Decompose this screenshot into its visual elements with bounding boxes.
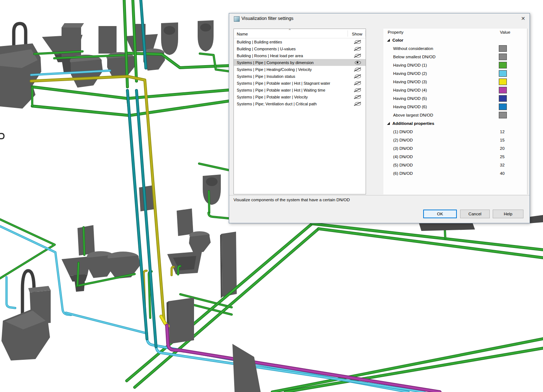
eye-crossed-icon[interactable] [355,75,361,78]
expanded-triangle-icon[interactable] [387,122,390,125]
filter-list-row[interactable]: Systems | Pipe | Potable water | Hot | W… [234,87,366,93]
filter-list-row[interactable]: Systems | Pipe | Insulation status [234,73,366,80]
property-value[interactable]: 20 [500,146,505,151]
color-swatch[interactable] [499,79,507,85]
ok-button[interactable]: OK [423,210,457,218]
property-grid-header: Property Value [383,29,527,36]
eye-crossed-icon[interactable] [355,102,361,106]
filter-description: Visualize components of the system that … [233,198,350,202]
color-swatch[interactable] [499,112,507,118]
radiator-panel [222,232,237,297]
filter-list-row[interactable]: Systems | Pipe | Components by dimension [234,59,366,66]
property-label: (3) DN/OD [383,146,413,151]
eye-crossed-icon[interactable] [355,95,361,99]
property-grid: ColorWithout considerationBelow smallest… [383,36,527,177]
property-row[interactable]: (2) DN/OD15 [383,136,527,144]
filter-list-row[interactable]: Systems | Pipe | Heating/Cooling | Veloc… [234,66,366,73]
property-label: Having DN/OD (2) [383,71,427,76]
column-header-name[interactable]: Name [237,32,248,36]
property-value[interactable]: 40 [500,171,505,176]
urinal-basin [206,177,218,186]
property-label: Having DN/OD (5) [383,96,427,101]
color-swatch[interactable] [499,95,507,102]
property-row[interactable]: Having DN/OD (6) [383,102,527,111]
property-value[interactable]: 15 [500,138,505,142]
property-value[interactable]: 12 [500,130,505,134]
filter-list-row[interactable]: Building | Building entities [234,38,366,45]
property-row[interactable]: Having DN/OD (4) [383,86,527,94]
property-label: Having DN/OD (3) [383,80,427,84]
color-swatch[interactable] [499,70,507,77]
property-label: (6) DN/OD [383,171,413,176]
color-swatch[interactable] [499,54,507,60]
property-row[interactable]: (1) DN/OD12 [383,127,527,136]
property-group-row[interactable]: Additional properties [383,119,527,127]
filter-list-row[interactable]: Building | Rooms | Heat load per area [234,52,366,59]
property-label: Below smallest DN/OD [383,55,435,59]
column-divider [365,30,366,37]
filter-list-row[interactable]: Systems | Pipe | Potable water | Hot | S… [234,80,366,87]
eye-crossed-icon[interactable] [355,81,361,85]
property-label: Having DN/OD (6) [383,105,427,109]
property-value[interactable]: 25 [500,155,505,159]
close-icon[interactable]: ✕ [519,15,527,22]
filter-list-panel: Name ^ Show Building | Building entities… [233,29,366,194]
color-swatch[interactable] [499,62,507,68]
filter-name: Building | Rooms | Heat load per area [234,54,303,58]
eye-icon[interactable] [355,61,361,64]
visualization-filter-dialog: Visualization filter settings ✕ Name ^ S… [229,13,530,223]
cancel-button[interactable]: Cancel [460,210,490,218]
filter-name: Systems | Pipe | Potable water | Velocit… [234,95,308,99]
property-row[interactable]: Having DN/OD (3) [383,77,527,86]
column-header-property: Property [388,30,403,34]
property-row[interactable]: Having DN/OD (1) [383,61,527,69]
grab-bar-detail [0,134,4,139]
property-row[interactable]: Without consideration [383,44,527,52]
property-group-row[interactable]: Color [383,36,527,44]
help-button[interactable]: Help [493,210,523,218]
cistern-top [62,23,84,28]
filter-list-row[interactable]: Systems | Pipe; Ventilation duct | Criti… [234,100,366,107]
sink [62,256,91,276]
property-row[interactable]: (4) DN/OD25 [383,152,527,161]
property-group-label: Color [392,38,403,42]
property-label: (1) DN/OD [383,130,413,134]
eye-crossed-icon[interactable] [355,54,361,58]
dialog-title: Visualization filter settings [241,16,294,21]
fixtures-lower-room [1,174,237,361]
filter-list-row[interactable]: Building | Components | U-values [234,45,366,52]
column-header-value: Value [500,30,510,34]
urinal-basin [164,26,175,35]
color-swatch[interactable] [499,87,507,93]
property-label: Having DN/OD (1) [383,63,427,67]
property-row[interactable]: (3) DN/OD20 [383,144,527,152]
property-row[interactable]: (5) DN/OD32 [383,161,527,169]
eye-crossed-icon[interactable] [355,40,361,44]
filter-name: Systems | Pipe | Potable water | Hot | W… [234,88,325,92]
property-row[interactable]: Above largest DN/OD [383,111,527,119]
toilet-bowl [189,235,211,253]
filter-list: Building | Building entitiesBuilding | C… [234,38,366,107]
eye-crossed-icon[interactable] [355,68,361,71]
sort-ascending-icon[interactable]: ^ [289,29,291,32]
property-value[interactable]: 32 [500,163,505,167]
cistern [177,208,193,236]
color-swatch[interactable] [499,104,507,110]
property-label: Above largest DN/OD [383,113,433,117]
property-row[interactable]: (6) DN/OD40 [383,169,527,177]
application-window: Visualization filter settings ✕ Name ^ S… [0,0,543,392]
eye-crossed-icon[interactable] [355,47,361,51]
property-row[interactable]: Having DN/OD (5) [383,94,527,102]
property-label: (5) DN/OD [383,163,413,167]
column-header-show[interactable]: Show [352,32,362,36]
property-row[interactable]: Below smallest DN/OD [383,52,527,61]
expanded-triangle-icon[interactable] [387,39,390,42]
color-swatch[interactable] [499,45,507,52]
property-row[interactable]: Having DN/OD (2) [383,69,527,77]
filter-name: Systems | Pipe | Heating/Cooling | Veloc… [234,67,312,72]
dialog-titlebar[interactable]: Visualization filter settings ✕ [229,13,530,24]
filter-list-row[interactable]: Systems | Pipe | Potable water | Velocit… [234,93,366,100]
filter-name: Systems | Pipe | Components by dimension [234,60,313,65]
eye-crossed-icon[interactable] [355,88,361,92]
filter-name: Building | Building entities [234,40,282,44]
